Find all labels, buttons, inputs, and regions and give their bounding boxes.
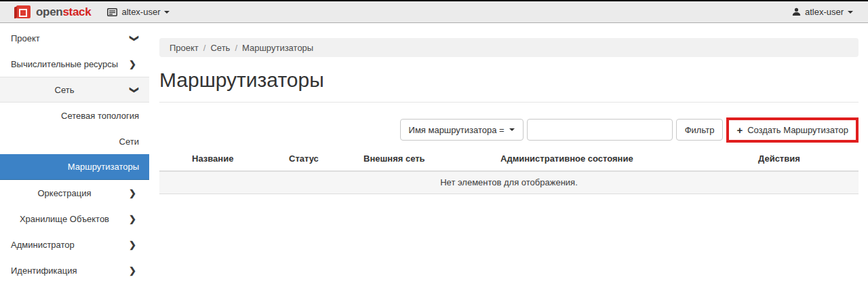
user-menu-label: atlex-user <box>805 7 844 17</box>
main-content: Проект/Сеть/Маршрутизаторы Маршрутизатор… <box>149 23 868 292</box>
caret-down-icon <box>848 11 853 14</box>
table-header-row: НазваниеСтатусВнешняя сетьАдминистративн… <box>159 149 859 171</box>
sidebar-item-маршрутизаторы[interactable]: Маршрутизаторы <box>0 154 149 180</box>
chevron-right-icon: ❯ <box>129 214 149 224</box>
filter-field-label: Имя маршрутизатора = <box>409 125 505 135</box>
plus-icon: + <box>736 125 743 135</box>
table-empty-row: Нет элементов для отображения. <box>159 171 859 194</box>
sidebar-item-label: Хранилище Объектов <box>0 214 129 224</box>
select-column-header <box>159 149 186 171</box>
chevron-right-icon: ❯ <box>129 59 149 69</box>
filter-field-dropdown[interactable]: Имя маршрутизатора = <box>400 119 524 141</box>
sidebar-item-оркестрация[interactable]: Оркестрация❯ <box>0 180 149 206</box>
filter-search-input[interactable] <box>527 119 673 141</box>
chevron-right-icon: ❯ <box>129 188 149 198</box>
wordmark-stack: stack <box>62 5 91 18</box>
openstack-wordmark: openstack <box>36 6 91 18</box>
chevron-right-icon: ❯ <box>129 266 149 276</box>
project-monitor-icon <box>107 8 117 16</box>
breadcrumb-item: Маршрутизаторы <box>242 43 313 53</box>
sidebar-nav: Проект❯Вычислительные ресурсы❯Сеть❯Сетев… <box>0 23 149 292</box>
openstack-logo[interactable]: openstack <box>16 5 91 18</box>
sidebar-item-вычислительные-ресурсы[interactable]: Вычислительные ресурсы❯ <box>0 51 149 77</box>
sidebar-item-сети[interactable]: Сети <box>0 128 149 154</box>
sidebar-item-label: Сеть <box>0 85 129 95</box>
breadcrumb: Проект/Сеть/Маршрутизаторы <box>159 38 859 57</box>
sidebar-item-идентификация[interactable]: Идентификация❯ <box>0 257 149 283</box>
sidebar-item-label: Идентификация <box>0 266 129 276</box>
filter-button-label: Фильтр <box>685 125 715 135</box>
column-header-5[interactable]: Действия <box>753 149 859 171</box>
openstack-cube-icon <box>16 5 31 18</box>
sidebar-item-сетевая-топология[interactable]: Сетевая топология <box>0 103 149 128</box>
column-header-1[interactable]: Название <box>186 149 283 171</box>
caret-down-icon <box>164 11 170 14</box>
page-title: Маршрутизаторы <box>159 68 859 103</box>
user-icon <box>792 7 801 16</box>
breadcrumb-item[interactable]: Проект <box>170 43 199 53</box>
sidebar-item-сеть[interactable]: Сеть❯ <box>0 77 149 103</box>
empty-message: Нет элементов для отображения. <box>159 171 859 194</box>
annotation-highlight-box: + Создать Маршрутизатор <box>726 117 859 143</box>
column-header-4[interactable]: Административное состояние <box>495 149 753 171</box>
breadcrumb-separator: / <box>203 43 206 53</box>
sidebar-item-label: Маршрутизаторы <box>0 162 149 172</box>
sidebar-item-проект[interactable]: Проект❯ <box>0 25 149 51</box>
column-header-3[interactable]: Внешняя сеть <box>358 149 495 171</box>
table-actions-row: Имя маршрутизатора = Фильтр + Создать Ма… <box>159 119 859 143</box>
create-router-button[interactable]: + Создать Маршрутизатор <box>729 120 856 140</box>
column-header-2[interactable]: Статус <box>283 149 358 171</box>
chevron-right-icon: ❯ <box>129 240 149 250</box>
filter-button[interactable]: Фильтр <box>676 119 724 141</box>
caret-down-icon <box>509 128 515 131</box>
sidebar-item-label: Проект <box>0 33 129 43</box>
routers-table: НазваниеСтатусВнешняя сетьАдминистративн… <box>159 149 859 194</box>
top-header-bar: openstack altex-user atlex-user <box>0 0 868 23</box>
sidebar-item-label: Вычислительные ресурсы <box>0 59 129 69</box>
project-selector-dropdown[interactable]: altex-user <box>107 7 170 17</box>
chevron-down-icon: ❯ <box>130 84 140 95</box>
breadcrumb-separator: / <box>235 43 237 53</box>
breadcrumb-item[interactable]: Сеть <box>210 43 230 53</box>
sidebar-item-label: Администратор <box>0 240 129 250</box>
chevron-down-icon: ❯ <box>130 33 140 43</box>
sidebar-item-label: Сети <box>0 136 149 147</box>
project-selector-label: altex-user <box>121 7 160 17</box>
create-router-label: Создать Маршрутизатор <box>747 125 848 135</box>
user-menu-dropdown[interactable]: atlex-user <box>792 7 853 17</box>
wordmark-open: open <box>36 5 62 18</box>
sidebar-item-label: Сетевая топология <box>0 111 149 121</box>
sidebar-item-администратор[interactable]: Администратор❯ <box>0 232 149 257</box>
sidebar-item-хранилище-объектов[interactable]: Хранилище Объектов❯ <box>0 206 149 232</box>
sidebar-item-label: Оркестрация <box>0 188 129 198</box>
